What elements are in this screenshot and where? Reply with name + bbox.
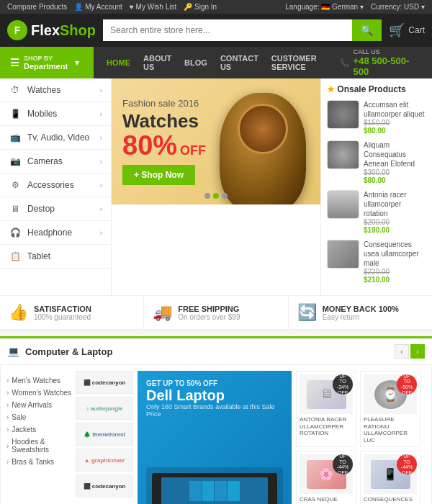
shop-now-button[interactable]: + Shop Now bbox=[122, 165, 195, 185]
onsale-item-2: Aliquam Consequatus Aenean Elofend $300.… bbox=[327, 140, 426, 184]
top-bar-right: Language: 🇩🇪 German ▾ Currency: USD ▾ bbox=[285, 3, 425, 11]
discount-badge-1: UP TO-34%OFF bbox=[333, 374, 353, 395]
section-controls: ‹ › bbox=[395, 344, 425, 359]
cat-sale[interactable]: Sale bbox=[6, 411, 71, 423]
nav-blog[interactable]: BLOG bbox=[179, 51, 213, 74]
dept-label-block: SHOP BY Department bbox=[24, 55, 68, 71]
brand-themeforest[interactable]: 🌲 themeforest bbox=[76, 423, 133, 446]
hero-discount: 80% bbox=[122, 132, 177, 159]
cart-icon: 🛒 bbox=[389, 22, 405, 38]
tablet-icon: 📋 bbox=[9, 251, 22, 261]
desktop-icon: 🖥 bbox=[9, 204, 22, 214]
hero-text: Fashion sale 2016 Watches 80% OFF + Shop… bbox=[122, 98, 206, 185]
refresh-icon: 🔄 bbox=[297, 303, 317, 322]
product-name-2: PLEASURE RATIONU ULLAMCORPER LUC bbox=[364, 416, 417, 444]
product-name-1: ANTONIA RACER ULLAMCORPER ROTATION bbox=[300, 416, 353, 437]
nav-home[interactable]: HOME bbox=[101, 51, 136, 74]
product-card-3[interactable]: 🌸 UP TO-44%OFF CRAS NEQUE ULLAMCORPER IN… bbox=[296, 451, 356, 504]
nav-customer-service[interactable]: CUSTOMER SERVICE bbox=[266, 47, 323, 78]
cat-bras[interactable]: Bras & Tanks bbox=[6, 456, 71, 468]
brand-audiojungle[interactable]: ♪ audiojungle bbox=[76, 397, 133, 420]
currency-selector[interactable]: Currency: USD ▾ bbox=[371, 3, 425, 11]
accessories-icon: ⚙ bbox=[9, 180, 22, 190]
product-name-4: CONSEQUENCES U... ULLAMCORPER MALE bbox=[364, 496, 417, 504]
laptop-section-icon: 💻 bbox=[7, 346, 19, 357]
logo[interactable]: F FlexShop bbox=[7, 20, 96, 40]
arrow-icon: › bbox=[100, 86, 102, 94]
sidebar-item-desktop[interactable]: 🖥 Destop › bbox=[0, 197, 111, 221]
nav-contact[interactable]: CONTACT US bbox=[215, 47, 264, 78]
nav-links: HOME ABOUT US BLOG CONTACT US CUSTOMER S… bbox=[94, 47, 330, 78]
search-bar: 🔍 bbox=[103, 19, 382, 41]
language-selector[interactable]: Language: 🇩🇪 German ▾ bbox=[285, 3, 364, 11]
search-button[interactable]: 🔍 bbox=[352, 19, 382, 41]
onsale-item-1: Accumsan elit ullamcorper aliquet $150.0… bbox=[327, 100, 426, 135]
feature-shipping: 🚚 FREE SHIPPING On orders over $99 bbox=[144, 296, 288, 329]
product-card-4[interactable]: 📱 UP TO-44%OFF CONSEQUENCES U... ULLAMCO… bbox=[360, 451, 420, 504]
product-card-2[interactable]: ⌚ UP TO-50%OFF PLEASURE RATIONU ULLAMCOR… bbox=[360, 371, 420, 447]
brand-logos: ⬛ codecanyon ♪ audiojungle 🌲 themeforest… bbox=[76, 371, 133, 504]
compare-link[interactable]: Compare Products bbox=[7, 3, 67, 11]
dot-3[interactable] bbox=[222, 193, 228, 199]
shop-by-dept[interactable]: ☰ SHOP BY Department ▾ bbox=[0, 47, 94, 78]
cat-mens-watches[interactable]: Men's Watches bbox=[6, 374, 71, 387]
sidebar: ⏱ Watches › 📱 Mobiles › 📺 Tv, Audio, Vid… bbox=[0, 78, 112, 295]
cart[interactable]: 🛒 Cart bbox=[389, 22, 425, 38]
next-button[interactable]: › bbox=[410, 344, 425, 359]
prev-button[interactable]: ‹ bbox=[395, 344, 409, 359]
onsale-item-4: Consequences usea ullamcorper male $220.… bbox=[327, 240, 426, 284]
sidebar-item-watches[interactable]: ⏱ Watches › bbox=[0, 78, 111, 102]
top-bar-left: Compare Products 👤 My Account ♥ My Wish … bbox=[7, 3, 217, 11]
dot-2[interactable] bbox=[213, 193, 219, 199]
featured-sub: Only 160 Smart Brands available at this … bbox=[146, 403, 283, 418]
cat-womens-watches[interactable]: Women's Watches bbox=[6, 387, 71, 399]
onsale-title: Onsale Products bbox=[327, 84, 426, 94]
nav-about[interactable]: ABOUT US bbox=[138, 47, 177, 78]
brand-codecanyon-2[interactable]: ⬛ codecanyon bbox=[76, 474, 133, 498]
discount-badge-4: UP TO-44%OFF bbox=[397, 454, 417, 474]
arrow-icon: › bbox=[100, 205, 102, 213]
wishlist-link[interactable]: ♥ My Wish List bbox=[130, 3, 176, 11]
menu-icon: ☰ bbox=[10, 57, 19, 68]
arrow-icon: › bbox=[100, 181, 102, 189]
cat-jackets[interactable]: Jackets bbox=[6, 423, 71, 436]
onsale-image-4 bbox=[327, 240, 359, 269]
onsale-panel: Onsale Products Accumsan elit ullamcorpe… bbox=[320, 78, 432, 295]
phone-number: +48 500-500-500 bbox=[354, 55, 422, 77]
arrow-icon: › bbox=[100, 229, 102, 237]
featured-badge: GET UP TO 50% OFF bbox=[146, 379, 283, 387]
sidebar-item-accessories[interactable]: ⚙ Accessories › bbox=[0, 174, 111, 197]
mobile-icon: 📱 bbox=[9, 109, 22, 119]
featured-title: Dell Laptop bbox=[146, 387, 283, 403]
account-link[interactable]: 👤 My Account bbox=[74, 3, 122, 11]
hero-subtitle: Fashion sale 2016 bbox=[122, 98, 206, 109]
product-grid: Men's Watches Women's Watches New Arriva… bbox=[1, 365, 431, 504]
feature-bar: 👍 SATISFACTION 100% guaranteed 🚚 FREE SH… bbox=[0, 295, 432, 330]
dot-1[interactable] bbox=[204, 193, 210, 199]
onsale-item-3: Antonia racer ullamcorper rotation $200.… bbox=[327, 190, 426, 234]
onsale-info-3: Antonia racer ullamcorper rotation $200.… bbox=[364, 190, 426, 234]
nav-bar: ☰ SHOP BY Department ▾ HOME ABOUT US BLO… bbox=[0, 47, 432, 78]
arrow-icon: › bbox=[100, 134, 102, 142]
search-input[interactable] bbox=[103, 19, 352, 41]
category-links: Men's Watches Women's Watches New Arriva… bbox=[6, 371, 71, 504]
tv-icon: 📺 bbox=[9, 132, 22, 143]
sidebar-item-cameras[interactable]: 📷 Cameras › bbox=[0, 150, 111, 174]
sidebar-item-headphone[interactable]: 🎧 Headphone › bbox=[0, 221, 111, 245]
cat-new-arrivals[interactable]: New Arrivals bbox=[6, 399, 71, 411]
sidebar-item-tv[interactable]: 📺 Tv, Audio, Video › bbox=[0, 126, 111, 150]
brand-codecanyon-1[interactable]: ⬛ codecanyon bbox=[76, 371, 133, 394]
signin-link[interactable]: 🔑 Sign In bbox=[184, 3, 217, 11]
product-cards: 🖥 UP TO-34%OFF ANTONIA RACER ULLAMCORPER… bbox=[296, 371, 426, 504]
cat-hoodies[interactable]: Hoodies & Sweatshirts bbox=[6, 436, 71, 456]
sidebar-item-tablet[interactable]: 📋 Tablet bbox=[0, 245, 111, 269]
call-us: 📞 CALL US +48 500-500-500 bbox=[330, 47, 432, 78]
feature-money-back: 🔄 MONEY BACK 100% Easy return bbox=[289, 296, 432, 329]
sidebar-item-mobiles[interactable]: 📱 Mobiles › bbox=[0, 102, 111, 126]
arrow-icon: › bbox=[100, 110, 102, 118]
brand-graphicriver[interactable]: ▲ graphicriver bbox=[76, 449, 133, 472]
featured-dell-laptop: GET UP TO 50% OFF Dell Laptop Only 160 S… bbox=[138, 371, 292, 504]
camera-icon: 📷 bbox=[9, 156, 22, 166]
product-card-1[interactable]: 🖥 UP TO-34%OFF ANTONIA RACER ULLAMCORPER… bbox=[296, 371, 356, 447]
logo-text: FlexShop bbox=[31, 22, 96, 39]
